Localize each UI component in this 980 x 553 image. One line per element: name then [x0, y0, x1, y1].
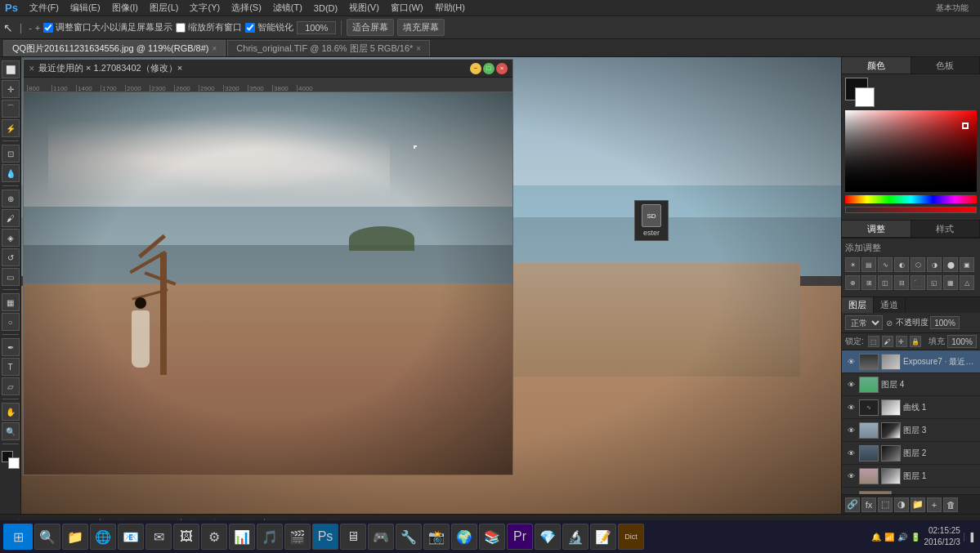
- taskbar-settings-icon[interactable]: ⚙: [201, 524, 227, 550]
- taskbar-edge-icon[interactable]: 📧: [118, 524, 144, 550]
- layer-0-visibility[interactable]: 👁: [845, 356, 857, 368]
- adjust-curves-icon[interactable]: ∿: [878, 257, 893, 272]
- taskbar-app11-icon[interactable]: 🔬: [562, 524, 588, 550]
- blend-mode-select[interactable]: 正常: [845, 315, 883, 330]
- layer-group-btn[interactable]: 📁: [911, 497, 925, 512]
- win-minimize-btn[interactable]: −: [470, 63, 481, 74]
- fit-screen-button[interactable]: 适合屏幕: [347, 19, 394, 36]
- adjust-threshold-icon[interactable]: ◱: [927, 275, 942, 290]
- layer-5-visibility[interactable]: 👁: [845, 470, 857, 482]
- tool-marquee[interactable]: ⬜: [2, 60, 20, 78]
- menu-select[interactable]: 选择(S): [226, 1, 266, 15]
- tray-item-wifi[interactable]: 📶: [884, 533, 894, 542]
- adjust-channel-mixer-icon[interactable]: ⊞: [861, 275, 876, 290]
- lock-transparent-icon[interactable]: ⬚: [868, 336, 879, 347]
- adjust-vibrance-icon[interactable]: ⬡: [911, 257, 925, 272]
- adjust-selective-color-icon[interactable]: △: [960, 275, 974, 290]
- layer-1-visibility[interactable]: 👁: [845, 379, 857, 390]
- layer-item-3[interactable]: 👁 图层 3: [842, 419, 980, 442]
- tool-brush[interactable]: 🖌: [2, 209, 20, 227]
- zoom-minus-icon[interactable]: -: [29, 23, 32, 33]
- taskbar-app1-icon[interactable]: 📊: [229, 524, 255, 550]
- layer-link-btn[interactable]: 🔗: [845, 497, 860, 512]
- background-color[interactable]: [8, 457, 20, 469]
- fill-screen-button[interactable]: 填充屏幕: [397, 19, 445, 36]
- tool-stamp[interactable]: ◈: [2, 229, 20, 247]
- tool-gradient[interactable]: ▦: [2, 293, 20, 311]
- taskbar-app7-icon[interactable]: 📸: [423, 524, 450, 550]
- taskbar-ps-icon[interactable]: Ps: [312, 524, 338, 550]
- layer-item-0[interactable]: 👁 Exposure7 · 最近使用 …: [842, 350, 980, 373]
- layers-tab[interactable]: 图层: [842, 297, 874, 313]
- background-swatch[interactable]: [855, 87, 875, 107]
- layer-item-4[interactable]: 👁 图层 2: [842, 442, 980, 465]
- adjust-bw-icon[interactable]: ▣: [960, 257, 974, 272]
- menu-filter[interactable]: 滤镜(T): [268, 1, 307, 15]
- tray-item-notification[interactable]: 🔔: [871, 533, 881, 542]
- adjust-levels-icon[interactable]: ▤: [861, 257, 876, 272]
- taskbar-app10-icon[interactable]: 💎: [535, 524, 561, 550]
- layer-item-1[interactable]: 👁 图层 4: [842, 373, 980, 396]
- tool-lasso[interactable]: ⌒: [2, 100, 20, 118]
- color-tab[interactable]: 颜色: [842, 57, 911, 74]
- tool-eraser[interactable]: ▭: [2, 268, 20, 286]
- layer-style-btn[interactable]: fx: [861, 497, 876, 512]
- adjust-exposure-icon[interactable]: ◐: [894, 257, 909, 272]
- opacity-input[interactable]: [930, 316, 960, 329]
- taskbar-photos-icon[interactable]: 🖼: [173, 524, 199, 550]
- menu-file[interactable]: 文件(F): [25, 1, 64, 15]
- tray-item-battery[interactable]: 🔋: [911, 533, 920, 542]
- tool-crop[interactable]: ⊡: [2, 145, 20, 163]
- tool-shape[interactable]: ▱: [2, 377, 20, 395]
- lock-position-icon[interactable]: ✛: [896, 336, 907, 347]
- layer-item-5[interactable]: 👁 图层 1: [842, 465, 980, 488]
- float-canvas[interactable]: [24, 92, 512, 475]
- menu-view[interactable]: 视图(V): [344, 1, 384, 15]
- style-tab[interactable]: 样式: [911, 221, 981, 237]
- tool-eyedrop[interactable]: 💧: [2, 164, 20, 182]
- menu-3d[interactable]: 3D(D): [309, 2, 342, 14]
- adjust-brightness-icon[interactable]: ☀: [845, 257, 860, 272]
- smart-filter-check[interactable]: 智能锐化: [245, 21, 293, 33]
- layer-4-visibility[interactable]: 👁: [845, 448, 857, 459]
- tray-item-volume[interactable]: 🔊: [897, 533, 907, 542]
- fg-bg-colors[interactable]: [2, 451, 20, 469]
- taskbar-premiere-icon[interactable]: Pr: [507, 524, 533, 550]
- adjust-colorbalance-icon[interactable]: ⬤: [943, 257, 958, 272]
- swatches-tab[interactable]: 色板: [911, 57, 981, 74]
- color-saturation-field[interactable]: [845, 110, 977, 192]
- tool-pen[interactable]: ✒: [2, 338, 20, 356]
- menu-edit[interactable]: 编辑(E): [65, 1, 105, 15]
- taskbar-mail-icon[interactable]: ✉: [145, 524, 172, 550]
- layer-3-visibility[interactable]: 👁: [845, 425, 857, 436]
- layer-mask-btn[interactable]: ⬚: [878, 497, 893, 512]
- channels-tab[interactable]: 通道: [874, 297, 906, 313]
- tool-history-brush[interactable]: ↺: [2, 248, 20, 266]
- adjust-color-lookup-icon[interactable]: ◫: [878, 275, 893, 290]
- adjust-hsl-icon[interactable]: ◑: [927, 257, 942, 272]
- tool-dodge[interactable]: ○: [2, 313, 20, 331]
- menu-help[interactable]: 帮助(H): [430, 1, 470, 15]
- win-close-btn[interactable]: ×: [496, 63, 508, 74]
- taskbar-search-icon[interactable]: 🔍: [34, 524, 60, 550]
- doc-tab-2-close[interactable]: ×: [416, 44, 421, 53]
- layer-adjustment-btn[interactable]: ◑: [894, 497, 909, 512]
- doc-tab-1[interactable]: QQ图片201611231634556.jpg @ 119%(RGB/8#) ×: [3, 40, 226, 56]
- layer-new-btn[interactable]: +: [927, 497, 942, 512]
- menu-text[interactable]: 文字(Y): [185, 1, 225, 15]
- adjust-posterize-icon[interactable]: ⬛: [911, 275, 925, 290]
- taskbar-dict-icon[interactable]: Dict: [618, 524, 644, 550]
- adjustments-tab[interactable]: 调整: [842, 221, 911, 237]
- taskbar-app4-icon[interactable]: 🖥: [340, 524, 366, 550]
- tray-show-desktop[interactable]: ▐: [964, 533, 973, 542]
- lock-image-icon[interactable]: 🖌: [882, 336, 893, 347]
- taskbar-app12-icon[interactable]: 📝: [590, 524, 616, 550]
- zoom-fit-check[interactable]: 调整窗口大小以满足屏幕显示: [43, 21, 172, 33]
- smart-filter-checkbox[interactable]: [245, 23, 255, 33]
- taskbar-start-button[interactable]: ⊞: [3, 524, 33, 550]
- tool-zoom[interactable]: 🔍: [2, 422, 20, 440]
- menu-layer[interactable]: 图层(L): [145, 1, 183, 15]
- zoom-plus-icon[interactable]: +: [35, 23, 40, 33]
- tool-hand[interactable]: ✋: [2, 403, 20, 421]
- taskbar-app9-icon[interactable]: 📚: [479, 524, 505, 550]
